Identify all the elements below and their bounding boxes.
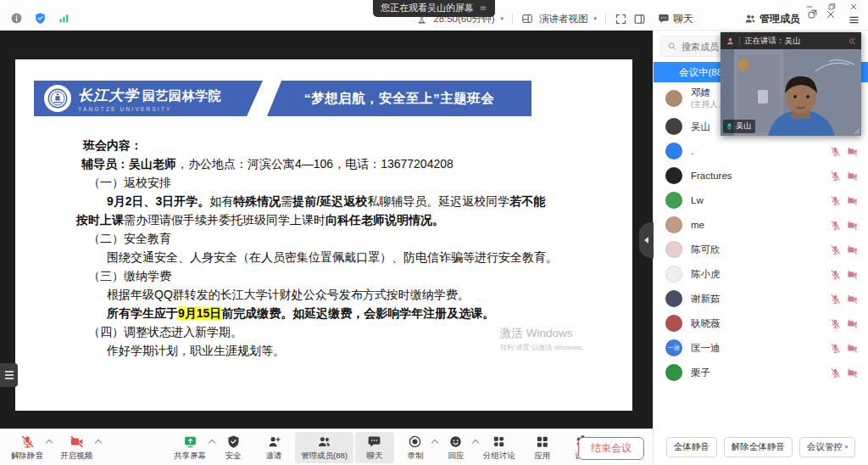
search-icon [667, 41, 677, 52]
mic-off-icon [20, 434, 35, 449]
expand-caret-icon[interactable] [47, 439, 52, 444]
invite-icon [267, 434, 281, 449]
member-row[interactable]: 耿晓薇 [654, 311, 868, 335]
shield-icon [226, 434, 241, 449]
panel-footer-button[interactable]: 全体静音 [666, 437, 717, 457]
member-avatar [665, 90, 682, 107]
toolbar-shield-button[interactable]: 安全 [214, 432, 253, 463]
mic-off-icon [830, 293, 841, 304]
panel-footer-button[interactable]: 解除全体静音 [724, 437, 793, 457]
member-name: 陈可欣 [691, 244, 721, 255]
slide-text-line: 班会内容： [76, 136, 612, 154]
dropdown-caret-icon: ▾ [845, 444, 849, 451]
member-row[interactable]: 刘诗伯 [654, 384, 868, 388]
video-collapse-icon[interactable] [847, 36, 856, 46]
mic-off-icon [830, 170, 841, 181]
toolbar-chat-button[interactable]: 聊天 [355, 432, 394, 463]
speaker-person-icon [726, 36, 735, 46]
toolbar-breakout-button[interactable]: 分组讨论 [477, 432, 521, 463]
panel-footer-button[interactable]: 会议管控▾ [799, 437, 856, 457]
member-name: Fractures [691, 171, 732, 181]
view-caret-icon[interactable]: ▾ [593, 15, 597, 22]
member-name: . [691, 146, 693, 156]
mic-off-icon [830, 367, 841, 378]
cam-off-icon [847, 268, 858, 279]
side-panel-icon[interactable] [633, 13, 646, 25]
end-meeting-button[interactable]: 结束会议 [578, 437, 644, 460]
cam-off-icon [847, 367, 858, 378]
apps-icon [535, 434, 549, 449]
member-name: 谢新茹 [691, 294, 721, 304]
cam-off-icon [847, 293, 858, 304]
mic-off-icon [830, 268, 841, 279]
member-row[interactable]: 一迪匡一迪 [654, 335, 868, 360]
cam-off-icon [70, 434, 84, 449]
windows-activation-watermark: 激活 Windows 转到“设置”以激活 Windows。 [500, 326, 588, 352]
panel-tab-chat[interactable]: 聊天 [658, 12, 693, 26]
member-row[interactable]: 陈可欣 [654, 237, 868, 261]
expand-caret-icon[interactable] [96, 439, 101, 444]
watching-screen-tooltip: 您正在观看吴山的屏幕 [373, 0, 495, 17]
panel-tab-strip: 聊天管理成员 [658, 7, 800, 31]
cam-off-icon [847, 194, 858, 205]
member-avatar [665, 143, 682, 160]
toolbar-center-group: 共享屏幕安全邀请管理成员(88)聊天录制回应分组讨论应用设置 [168, 432, 603, 463]
slide-text-line: 辅导员：吴山老师，办公地点：河滨公寓4—106，电话：13677204208 [76, 154, 612, 173]
members-icon [317, 434, 331, 449]
minimize-icon[interactable] [800, 1, 819, 12]
toolbar-members-button[interactable]: 管理成员(88) [295, 432, 353, 463]
fullscreen-icon[interactable] [615, 13, 627, 25]
toolbar-react-button[interactable]: 回应 [437, 432, 476, 463]
cam-off-icon [847, 244, 858, 255]
top-bar: 您正在观看吴山的屏幕 28:50(60分钟) ▾ 演讲者视图 ▾ [0, 0, 868, 31]
member-row[interactable]: . [654, 138, 868, 163]
network-signal-icon[interactable] [58, 12, 70, 25]
slide-text-line: （二）安全教育 [76, 229, 612, 248]
panel-tab-members[interactable]: 管理成员 [744, 12, 800, 26]
toolbar-record-button[interactable]: 录制 [396, 432, 435, 463]
member-row[interactable]: 陈小虎 [654, 261, 868, 286]
speaking-label: 正在讲话：吴山 [744, 36, 801, 47]
collapse-panel-arrow[interactable] [639, 222, 654, 258]
member-avatar [665, 192, 682, 209]
toolbar-cam-off-button[interactable]: 开启视频 [54, 432, 98, 463]
mic-active-icon [726, 122, 733, 130]
menu-hamburger-icon[interactable] [848, 14, 860, 26]
view-layout-icon [521, 13, 533, 25]
member-avatar [665, 241, 682, 258]
meeting-window: 您正在观看吴山的屏幕 28:50(60分钟) ▾ 演讲者视图 ▾ [0, 0, 868, 465]
speaker-video-window[interactable]: 正在讲话：吴山 [721, 32, 861, 136]
mic-off-icon [830, 145, 841, 156]
close-window-icon[interactable] [844, 1, 863, 12]
member-row[interactable]: Fractures [654, 163, 868, 188]
member-name: 匡一迪 [691, 343, 721, 353]
toolbar-mic-off-button[interactable]: 解除静音 [5, 432, 49, 463]
toolbar-screen-share-button[interactable]: 共享屏幕 [168, 432, 212, 463]
member-row[interactable]: 谢新茹 [654, 286, 868, 311]
screen-share-icon [183, 434, 198, 449]
member-name: me [691, 220, 704, 230]
tooltip-menu-icon [479, 4, 487, 13]
college-name: 园艺园林学院 [142, 88, 221, 104]
toolbar-invite-button[interactable]: 邀请 [254, 432, 293, 463]
maximize-icon[interactable] [822, 1, 841, 12]
timer-caret-icon[interactable]: ▾ [500, 15, 504, 22]
info-icon[interactable] [10, 12, 23, 25]
security-shield-icon[interactable] [34, 12, 47, 25]
resize-handle-icon[interactable] [850, 125, 860, 135]
university-logo-icon [44, 85, 71, 112]
panel-footer: 全体静音解除全体静音会议管控▾ [653, 429, 868, 465]
members-panel: 会议中(88) 邓婧(主持人, 我)吴山.FracturesLwme陈可欣陈小虎… [653, 31, 868, 429]
member-row[interactable]: 栗子 [654, 360, 868, 384]
record-icon [408, 434, 422, 449]
member-avatar [665, 216, 682, 233]
slide-text-line: （三）缴纳学费 [76, 266, 612, 285]
video-header[interactable]: 正在讲话：吴山 [721, 32, 861, 49]
slide-text-line: 围绕交通安全、人身安全（在人员密集位置佩戴口罩）、防电信诈骗等进行安全教育。 [76, 248, 612, 266]
thumbnail-drawer-toggle[interactable] [0, 363, 18, 387]
member-row[interactable]: me [654, 212, 868, 237]
view-mode-label[interactable]: 演讲者视图 [539, 13, 588, 25]
toolbar-apps-button[interactable]: 应用 [523, 432, 562, 463]
university-banner: 长江大学 园艺园林学院 YANGTZE UNIVERSITY [34, 81, 263, 116]
member-row[interactable]: Lw [654, 188, 868, 212]
